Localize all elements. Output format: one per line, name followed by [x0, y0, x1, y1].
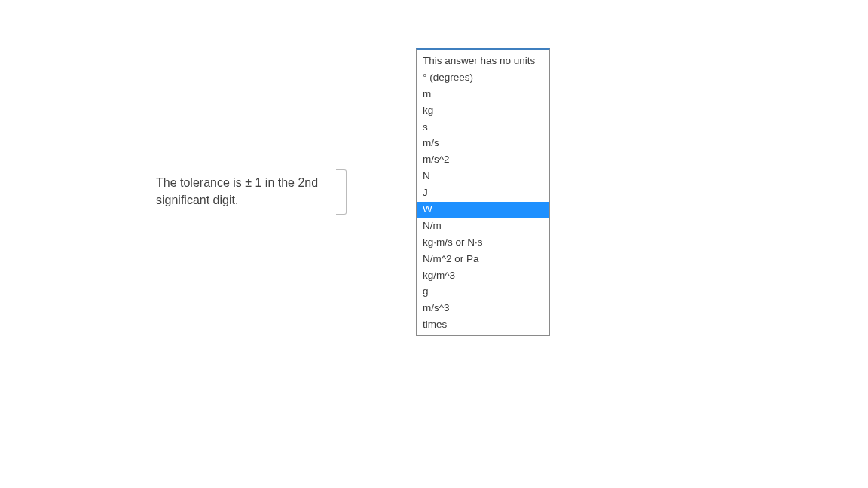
units-option[interactable]: W [417, 202, 549, 218]
tolerance-note: The tolerance is ± 1 in the 2nd signific… [156, 174, 331, 209]
units-option[interactable]: g [417, 284, 549, 300]
units-option[interactable]: kg/m^3 [417, 267, 549, 284]
units-option[interactable]: kg·m/s or N·s [417, 234, 549, 251]
units-option[interactable]: N/m^2 or Pa [417, 251, 549, 267]
tolerance-bracket [336, 169, 347, 215]
units-option[interactable]: ° (degrees) [417, 69, 549, 86]
units-option[interactable]: m/s^2 [417, 152, 549, 169]
units-option[interactable]: N/m [417, 218, 549, 234]
units-option[interactable]: J [417, 185, 549, 202]
units-option[interactable]: m/s^3 [417, 300, 549, 317]
units-option[interactable]: m/s [417, 136, 549, 152]
units-option[interactable]: m [417, 86, 549, 102]
units-option[interactable]: s [417, 119, 549, 136]
units-dropdown[interactable]: This answer has no units° (degrees)mkgsm… [416, 48, 550, 336]
units-option[interactable]: kg [417, 102, 549, 119]
units-option[interactable]: times [417, 317, 549, 335]
units-option[interactable]: N [417, 169, 549, 185]
units-option[interactable]: This answer has no units [417, 50, 549, 69]
